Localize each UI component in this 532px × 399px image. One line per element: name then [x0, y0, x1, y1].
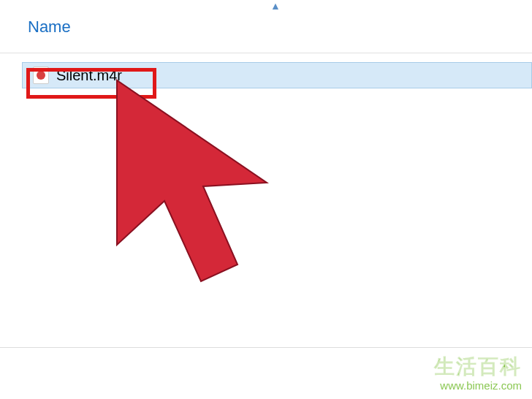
watermark-url-text: www.bimeiz.com	[434, 379, 522, 392]
file-row[interactable]: Silent.m4r	[22, 62, 532, 88]
sort-indicator-icon: ▲	[270, 0, 281, 12]
watermark-cn-text: 生活百科	[434, 353, 522, 381]
file-list: Silent.m4r	[0, 62, 532, 88]
watermark: 生活百科 www.bimeiz.com	[434, 353, 522, 392]
cursor-arrow-icon	[102, 73, 322, 303]
name-column-header[interactable]: Name	[28, 18, 532, 37]
bottom-divider	[0, 347, 532, 348]
m4r-file-icon	[33, 66, 49, 84]
file-name-label: Silent.m4r	[56, 67, 122, 84]
header-divider	[0, 53, 532, 53]
column-header-area: ▲ Name	[0, 0, 532, 45]
